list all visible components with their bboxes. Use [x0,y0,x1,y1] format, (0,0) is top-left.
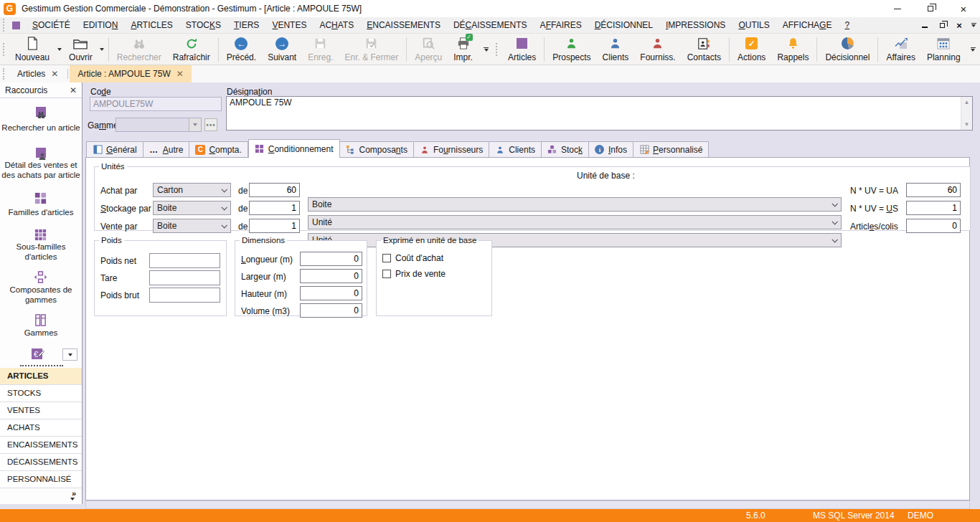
ouvrir-dropdown-arrow[interactable] [98,35,106,64]
designation-textarea[interactable]: AMPOULE 75W ▲ ▼ [226,96,973,130]
menu-societe[interactable]: SOCIÉTÉ [26,17,77,34]
menu-app-icon[interactable] [12,22,20,29]
vente-qty-input[interactable] [249,219,300,233]
decisionnel-button[interactable]: Décisionnel [819,35,875,64]
tabbar-drag-handle[interactable] [3,68,6,80]
menu-affichage[interactable]: AFFICHAGE [776,17,839,34]
sidebar-close-icon[interactable]: ✕ [70,85,77,95]
mdi-restore-button[interactable] [934,19,950,32]
toolbar-overflow-button[interactable] [481,47,491,52]
menu-outils[interactable]: OUTILS [732,17,776,34]
code-input[interactable] [90,97,222,111]
search-article-icon[interactable] [34,106,48,120]
designation-scrollbar[interactable]: ▲ ▼ [961,97,972,130]
precedent-button[interactable]: ← Précéd. [221,35,262,64]
mdi-minimize-button[interactable] [917,19,933,32]
toolbar-drag-handle[interactable] [496,43,499,56]
tab-close-icon[interactable]: ✕ [176,69,184,79]
suivant-button[interactable]: → Suivant [262,35,302,64]
combo-arrow-button[interactable] [189,118,201,131]
toolbar-overflow-button[interactable] [968,47,978,52]
tab-infos[interactable]: i Infos [589,141,633,158]
menu-impressions[interactable]: IMPRESSIONS [659,17,732,34]
poids-brut-input[interactable] [149,288,220,303]
tab-close-icon[interactable]: ✕ [51,69,58,79]
menu-achats[interactable]: ACHATS [313,17,360,34]
shortcut-gammes[interactable]: Gammes [0,328,82,338]
doc-tab-articles[interactable]: Articles ✕ [9,65,66,82]
window-minimize-button[interactable] [881,0,914,17]
hauteur-input[interactable] [300,286,362,300]
rappels-button[interactable]: Rappels [771,35,814,64]
imprimer-button[interactable]: ✓ Impr. [448,35,479,64]
affaires-toolbar-button[interactable]: Affaires [880,35,920,64]
stockage-qty-input[interactable] [249,201,300,215]
tab-composants[interactable]: Composants [340,141,414,158]
sales-purchases-detail-icon[interactable] [34,147,48,161]
menu-tiers[interactable]: TIERS [227,17,265,34]
sidebar-nav-personnalise[interactable]: PERSONNALISÉ [0,471,82,488]
gamme-select[interactable] [116,118,202,132]
ranges-icon[interactable] [34,313,48,328]
tab-stock[interactable]: Stock [542,141,589,158]
shortcut-detail-ventes-achats[interactable]: Détail des ventes et des achats par arti… [0,160,82,180]
nuv-us-input[interactable] [906,201,961,215]
nouveau-dropdown-arrow[interactable] [55,35,63,64]
menu-help[interactable]: ? [838,17,856,34]
tab-autre[interactable]: … Autre [143,141,190,158]
menubar-options-button[interactable] [969,23,979,27]
tab-compta[interactable]: C Compta. [189,141,248,158]
window-close-button[interactable]: × [947,0,980,17]
menu-decaissements[interactable]: DÉCAISSEMENTS [447,17,534,34]
planning-button[interactable]: Planning [921,35,966,64]
prospects-button[interactable]: Prospects [547,35,596,64]
vente-unit-select[interactable]: Boite [153,219,231,233]
horizontal-scroll-strip[interactable] [85,500,970,509]
tare-input[interactable] [149,270,220,285]
enregistrer-button[interactable]: Enreg. [302,35,339,64]
actions-button[interactable]: ✓ Actions [732,35,771,64]
tab-clients[interactable]: Clients [489,141,542,158]
sidebar-nav-decaissements[interactable]: DÉCAISSEMENTS [0,454,82,471]
nav-expand-icon[interactable]: » [72,489,76,498]
sidebar-nav-stocks[interactable]: STOCKS [0,385,82,402]
shortcut-sous-familles[interactable]: Sous-familles d'articles [0,242,82,262]
shortcut-familles-articles[interactable]: Familles d'articles [0,207,82,217]
doc-tab-article-ampoule[interactable]: Article : AMPOULE 75W ✕ [70,65,191,82]
articles-colis-input[interactable] [906,219,961,233]
ouvrir-button[interactable]: Ouvrir [63,35,98,64]
menu-articles[interactable]: ARTICLES [124,17,179,34]
nav-more-icon[interactable] [70,498,75,500]
sidebar-nav-articles[interactable]: ARTICLES [0,368,82,385]
contacts-button[interactable]: Contacts [682,35,727,64]
tab-general[interactable]: Général [86,141,143,158]
achat-unit-select[interactable]: Carton [153,183,231,197]
menubar-drag-handle[interactable] [3,19,6,32]
tab-personnalise[interactable]: Personnalisé [633,141,709,158]
sidebar-nav-ventes[interactable]: VENTES [0,402,82,419]
prix-vente-checkbox[interactable] [382,270,391,278]
shortcut-rechercher-article[interactable]: Rechercher un article [0,123,82,133]
volume-input[interactable] [300,303,362,318]
scroll-up-icon[interactable]: ▲ [961,97,972,108]
window-restore-button[interactable] [914,0,947,17]
shortcut-more-dropdown[interactable] [62,348,77,361]
fournisseurs-toolbar-button[interactable]: Fourniss. [634,35,681,64]
shortcut-composantes-gammes[interactable]: Composantes de gammes [0,285,82,305]
menu-edition[interactable]: EDITION [77,17,125,34]
nuv-ua-input[interactable] [906,183,961,197]
range-components-icon[interactable] [34,270,48,285]
rechercher-button[interactable]: Rechercher [111,35,167,64]
tab-fournisseurs[interactable]: Fournisseurs [414,141,489,158]
menu-affaires[interactable]: AFFAIRES [534,17,588,34]
menu-stocks[interactable]: STOCKS [179,17,227,34]
gamme-browse-button[interactable]: ••• [204,118,217,131]
price-edit-icon[interactable]: € [30,346,44,361]
enregistrer-fermer-button[interactable]: Enr. & Fermer [339,35,405,64]
sidebar-splitter-handle[interactable] [20,365,63,366]
clients-toolbar-button[interactable]: Clients [597,35,635,64]
cout-achat-checkbox[interactable] [382,254,391,262]
scroll-down-icon[interactable]: ▼ [961,119,972,130]
sidebar-nav-encaissements[interactable]: ENCAISSEMENTS [0,437,82,454]
toolbar-drag-handle[interactable] [3,43,6,56]
